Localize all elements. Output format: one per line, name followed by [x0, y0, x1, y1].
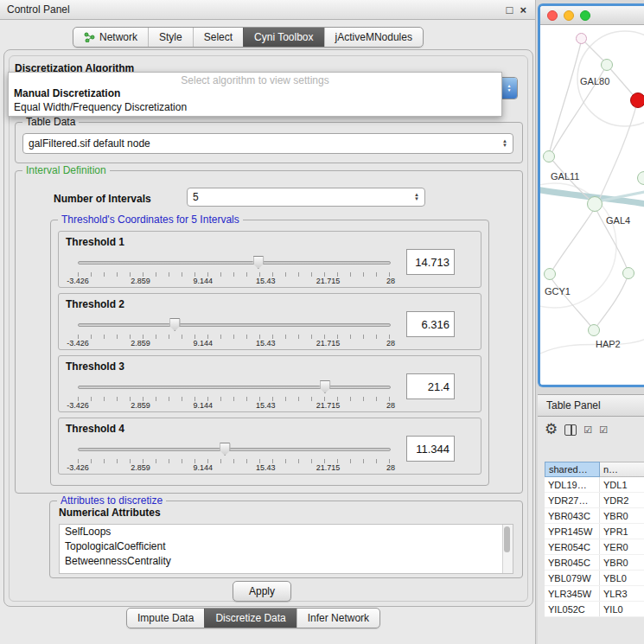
scale-label: 9.144 [194, 339, 214, 348]
table-cell[interactable]: YER0 [600, 539, 644, 554]
table-row[interactable]: YBL079W YBL0 [545, 571, 644, 586]
network-canvas[interactable]: GAL80 GAL11 GAL4 GCY1 HAP2 [540, 25, 644, 385]
list-item[interactable]: SelfLoops [60, 525, 513, 539]
tab-select-label: Select [204, 31, 233, 43]
table-row[interactable]: YER054C YER0 [545, 539, 644, 555]
close-icon[interactable]: × [520, 4, 526, 16]
tab-style[interactable]: Style [148, 28, 193, 47]
minimize-traffic-light-icon[interactable] [564, 10, 574, 21]
column-header-name[interactable]: n… [600, 462, 644, 477]
table-cell[interactable]: YDL19… [545, 477, 600, 492]
network-node[interactable] [544, 268, 556, 280]
table-cell[interactable]: YER054C [545, 539, 600, 554]
scale-label: 21.715 [316, 401, 341, 410]
dropdown-option-equal-width[interactable]: Equal Width/Frequency Discretization [9, 100, 501, 114]
table-panel-header[interactable]: Table Panel [538, 394, 644, 417]
table-row[interactable]: YDL19… YDL1 [545, 477, 644, 493]
number-of-intervals-combo[interactable]: 5 ▲▼ [187, 188, 425, 207]
network-node-label[interactable]: GAL80 [580, 76, 609, 86]
network-window-titlebar[interactable] [540, 6, 644, 25]
slider-thumb[interactable] [319, 380, 330, 393]
network-node-label[interactable]: HAP2 [596, 339, 621, 349]
cyni-toolbox-panel: Discretization Algorithm ▲▼ Select algor… [3, 49, 533, 607]
threshold-3-slider[interactable] [78, 380, 391, 394]
threshold-4-value-field[interactable]: 11.344 [406, 436, 455, 462]
dropdown-option-manual[interactable]: Manual Discretization [9, 86, 501, 100]
network-node-label[interactable]: GAL4 [606, 215, 630, 226]
table-cell[interactable]: YBR0 [600, 555, 644, 570]
table-cell[interactable]: YPR145W [545, 524, 600, 539]
threshold-coordinates-group-label: Threshold's Coordinates for 5 Intervals [58, 214, 243, 226]
threshold-1-slider[interactable] [78, 256, 391, 270]
scale-label: -3.426 [67, 339, 89, 348]
slider-track[interactable] [78, 448, 391, 451]
slider-track[interactable] [78, 386, 391, 389]
network-node[interactable] [587, 196, 603, 212]
scrollbar[interactable] [502, 525, 513, 573]
float-window-icon[interactable]: □ [507, 4, 513, 16]
slider-thumb[interactable] [220, 443, 231, 456]
columns-icon[interactable] [564, 424, 577, 436]
table-cell[interactable]: YDR2 [600, 493, 644, 507]
table-cell[interactable]: YLR3 [600, 586, 644, 601]
bottom-tab-bar: Impute Data Discretize Data Infer Networ… [126, 608, 380, 628]
tab-cyni-toolbox[interactable]: Cyni Toolbox [243, 28, 323, 47]
table-cell[interactable]: YPR1 [600, 524, 644, 539]
table-cell[interactable]: YDL1 [600, 477, 644, 492]
threshold-4-panel: Threshold 4 -3.426 2.859 9.144 15.43 21.… [58, 418, 481, 475]
network-node-label[interactable]: GAL11 [551, 171, 579, 182]
column-header-shared-name[interactable]: shared… [545, 462, 600, 477]
table-row[interactable]: YBR043C YBR0 [545, 508, 644, 524]
table-data-combo[interactable]: galFiltered.sif default node ▲▼ [22, 133, 513, 154]
slider-thumb[interactable] [169, 318, 181, 331]
table-cell[interactable]: YBR0 [600, 508, 644, 523]
table-cell[interactable]: YBL079W [545, 571, 600, 585]
combo-stepper-icon[interactable]: ▲▼ [501, 78, 517, 99]
threshold-4-slider[interactable] [78, 443, 391, 456]
network-node[interactable] [622, 267, 634, 279]
slider-track[interactable] [78, 323, 391, 327]
tab-network[interactable]: Network [73, 28, 148, 47]
table-cell[interactable]: YIL052C [545, 602, 600, 616]
list-item[interactable]: TopologicalCoefficient [60, 539, 513, 554]
slider-thumb[interactable] [252, 256, 264, 269]
table-row[interactable]: YIL052C YIL0 [545, 602, 644, 617]
network-node[interactable] [601, 59, 613, 71]
table-cell[interactable]: YBR045C [545, 555, 600, 570]
table-row[interactable]: YPR145W YPR1 [545, 524, 644, 539]
threshold-3-value-field[interactable]: 21.4 [406, 373, 455, 399]
table-row[interactable]: YDR27… YDR2 [545, 493, 644, 508]
table-row[interactable]: YLR345W YLR3 [545, 586, 644, 602]
tab-impute-data[interactable]: Impute Data [127, 609, 204, 628]
network-node[interactable] [543, 150, 555, 163]
tab-select[interactable]: Select [193, 28, 243, 47]
control-panel-titlebar[interactable]: Control Panel □ × [0, 0, 535, 20]
network-node-selected[interactable] [630, 92, 644, 108]
network-node[interactable] [588, 324, 600, 336]
threshold-2-value-field[interactable]: 6.316 [406, 311, 455, 337]
slider-track[interactable] [78, 261, 391, 265]
threshold-1-value-field[interactable]: 14.713 [406, 249, 455, 275]
table-cell[interactable]: YLR345W [545, 586, 600, 601]
gear-icon[interactable]: ⚙ [545, 422, 558, 437]
slider-scale-labels: -3.426 2.859 9.144 15.43 21.715 28 [78, 401, 391, 410]
scrollbar-thumb[interactable] [504, 526, 510, 552]
threshold-2-slider[interactable] [78, 318, 391, 332]
network-node-label[interactable]: GCY1 [545, 286, 571, 296]
table-header-row: shared… n… [545, 462, 644, 477]
checkbox-icon[interactable]: ☑ [599, 424, 608, 435]
apply-button[interactable]: Apply [233, 581, 291, 602]
close-traffic-light-icon[interactable] [547, 10, 558, 21]
checkbox-icon[interactable]: ☑ [583, 424, 592, 435]
tab-jactivemnodules[interactable]: jActiveMNodules [324, 28, 423, 47]
table-row[interactable]: YBR045C YBR0 [545, 555, 644, 571]
zoom-traffic-light-icon[interactable] [580, 10, 590, 21]
tab-discretize-data[interactable]: Discretize Data [204, 609, 296, 628]
table-cell[interactable]: YBR043C [545, 508, 600, 523]
table-cell[interactable]: YDR27… [545, 493, 600, 507]
table-cell[interactable]: YIL0 [600, 602, 644, 616]
table-cell[interactable]: YBL0 [600, 571, 644, 585]
network-node[interactable] [576, 33, 587, 44]
tab-infer-network[interactable]: Infer Network [296, 609, 379, 628]
list-item[interactable]: BetweennessCentrality [60, 554, 513, 569]
